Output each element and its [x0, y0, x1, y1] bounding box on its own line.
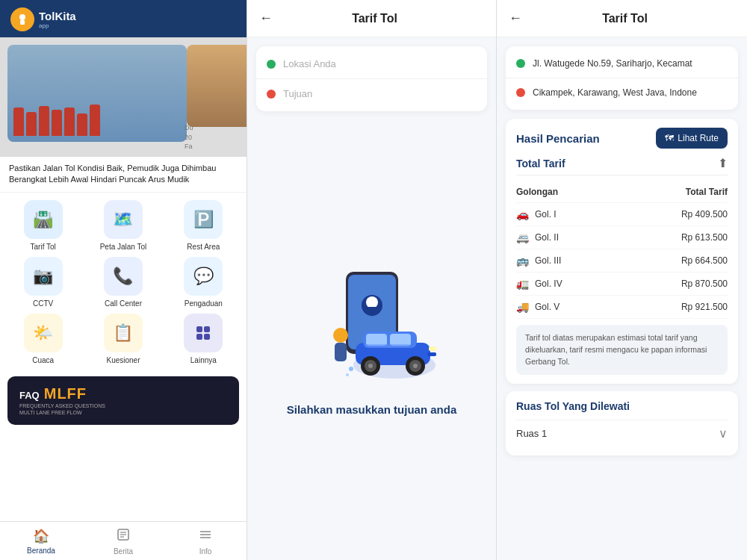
menu-grid: 🛣️ Tarif Tol 🗺️ Peta Jalan Tol 🅿️ Rest A…	[0, 193, 247, 372]
news-side-text: Du20Fa	[185, 123, 241, 152]
hasil-header: Hasil Pencarian 🗺 Lihat Rute	[516, 128, 728, 149]
lainnya-icon	[184, 314, 223, 352]
logo-text-block: TolKita app	[39, 10, 76, 29]
origin-row[interactable]: Lokasi Anda	[256, 49, 487, 78]
kuesioner-label: Kuesioner	[106, 356, 140, 364]
faq-prefix: FAQ	[19, 390, 40, 401]
tarif-row-gol1: 🚗 Gol. I Rp 409.500	[516, 203, 728, 226]
total-tarif-label: Total Tarif	[516, 158, 565, 169]
lihat-rute-button[interactable]: 🗺 Lihat Rute	[656, 128, 728, 149]
menu-item-cctv[interactable]: 📷 CCTV	[6, 257, 80, 308]
left-panel: TolKita app Pastikan Jalan Tol Kondisi B…	[0, 0, 247, 560]
nav-berita[interactable]: Berita	[82, 522, 164, 560]
svg-rect-32	[427, 352, 436, 356]
svg-point-0	[19, 14, 25, 20]
nav-info-label: Info	[199, 547, 212, 556]
result-origin-row[interactable]: Jl. Watugede No.59, Sariharjo, Kecamat	[506, 49, 738, 78]
menu-item-peta[interactable]: 🗺️ Peta Jalan Tol	[86, 200, 160, 251]
bottom-nav: 🏠 Beranda Berita Inf	[0, 521, 247, 560]
ruas-title: Ruas Tol Yang Dilewati	[516, 400, 728, 412]
destination-dot	[267, 90, 276, 99]
menu-item-tarif-tol[interactable]: 🛣️ Tarif Tol	[6, 200, 80, 251]
gol3-label: 🚌 Gol. III	[516, 255, 561, 267]
right-title: Tarif Tol	[530, 12, 720, 25]
right-header: ← Tarif Tol	[497, 0, 747, 37]
ruas-item-1[interactable]: Ruas 1 ∨	[516, 420, 728, 447]
nav-info[interactable]: Info	[164, 522, 247, 560]
call-center-icon: 📞	[104, 257, 143, 296]
svg-rect-24	[390, 334, 411, 346]
faq-content: FAQ MLFF FREQUENTLY ASKED QUESTIONSMULTI…	[19, 385, 105, 416]
news-icon	[117, 528, 130, 545]
gol1-price: Rp 409.500	[681, 209, 728, 220]
destination-placeholder[interactable]: Tujuan	[283, 88, 312, 99]
ruas-1-label: Ruas 1	[516, 428, 547, 439]
svg-rect-5	[204, 334, 210, 340]
nav-beranda[interactable]: 🏠 Beranda	[0, 522, 82, 560]
nav-berita-label: Berita	[114, 547, 133, 556]
gol1-label: 🚗 Gol. I	[516, 208, 557, 220]
menu-item-cuaca[interactable]: 🌤️ Cuaca	[6, 314, 80, 364]
svg-rect-3	[204, 326, 210, 332]
illustration-area: Silahkan masukkan tujuan anda	[247, 120, 496, 560]
hasil-pencarian-section: Hasil Pencarian 🗺 Lihat Rute Total Tarif…	[506, 119, 738, 384]
svg-rect-23	[366, 334, 387, 346]
ruas-section: Ruas Tol Yang Dilewati Ruas 1 ∨	[506, 391, 738, 455]
svg-point-16	[366, 296, 378, 308]
car-illustration	[297, 264, 447, 391]
faq-banner[interactable]: FAQ MLFF FREQUENTLY ASKED QUESTIONSMULTI…	[7, 376, 239, 425]
origin-dot	[267, 60, 276, 69]
svg-point-30	[413, 364, 418, 368]
peta-label: Peta Jalan Tol	[100, 243, 147, 251]
right-back-button[interactable]: ←	[509, 10, 522, 26]
result-dest-row[interactable]: Cikampek, Karawang, West Java, Indone	[506, 78, 738, 107]
svg-rect-31	[429, 346, 436, 351]
tarif-row-gol3: 🚌 Gol. III Rp 664.500	[516, 249, 728, 273]
col-total-tarif: Total Tarif	[686, 187, 728, 197]
tarif-note: Tarif tol diatas merupakan estimasi tota…	[516, 325, 728, 375]
menu-item-rest-area[interactable]: 🅿️ Rest Area	[167, 200, 241, 251]
menu-item-lainnya[interactable]: Lainnya	[167, 314, 241, 364]
rest-area-label: Rest Area	[187, 243, 220, 251]
svg-point-18	[333, 328, 348, 343]
car-icon-gol3: 🚌	[516, 255, 529, 267]
middle-panel: ← Tarif Tol Lokasi Anda Tujuan	[247, 0, 497, 560]
car-icon-gol4: 🚛	[516, 278, 529, 290]
logo-name: TolKita	[39, 10, 76, 22]
prompt-text: Silahkan masukkan tujuan anda	[287, 403, 457, 416]
gol2-price: Rp 613.500	[681, 232, 728, 243]
svg-rect-1	[20, 20, 25, 25]
gol4-price: Rp 870.500	[681, 279, 728, 289]
svg-point-35	[346, 373, 349, 376]
news-image-main	[7, 45, 187, 142]
mid-back-button[interactable]: ←	[259, 10, 273, 26]
tarif-row-gol4: 🚛 Gol. IV Rp 870.500	[516, 273, 728, 296]
tarif-tol-label: Tarif Tol	[31, 243, 56, 251]
result-dest-value: Cikampek, Karawang, West Java, Indone	[533, 87, 697, 98]
share-icon[interactable]: ⬆	[718, 156, 728, 170]
logo: TolKita app	[10, 7, 76, 31]
logo-icon	[10, 7, 34, 31]
tarif-table-header: Golongan Total Tarif	[516, 181, 728, 203]
gol4-label: 🚛 Gol. IV	[516, 278, 562, 290]
svg-rect-19	[335, 343, 347, 361]
logo-sub: app	[39, 23, 76, 29]
menu-item-call-center[interactable]: 📞 Call Center	[86, 257, 160, 308]
gol5-label: 🚚 Gol. V	[516, 301, 560, 313]
cuaca-label: Cuaca	[32, 356, 54, 364]
gol5-price: Rp 921.500	[681, 302, 728, 312]
destination-row[interactable]: Tujuan	[256, 78, 487, 108]
faq-sub: FREQUENTLY ASKED QUESTIONSMULTI LANE FRE…	[19, 402, 105, 416]
svg-rect-33	[365, 344, 409, 347]
car-icon-gol2: 🚐	[516, 231, 529, 243]
car-icon-gol5: 🚚	[516, 301, 529, 313]
kuesioner-icon: 📋	[104, 314, 143, 352]
menu-item-pengaduan[interactable]: 💬 Pengaduan	[167, 257, 241, 308]
col-golongan: Golongan	[516, 187, 558, 197]
tarif-row-gol2: 🚐 Gol. II Rp 613.500	[516, 226, 728, 249]
search-card: Lokasi Anda Tujuan	[256, 46, 487, 111]
origin-placeholder[interactable]: Lokasi Anda	[283, 58, 336, 69]
nav-beranda-label: Beranda	[27, 547, 55, 555]
app-header: TolKita app	[0, 0, 247, 37]
menu-item-kuesioner[interactable]: 📋 Kuesioner	[86, 314, 160, 364]
